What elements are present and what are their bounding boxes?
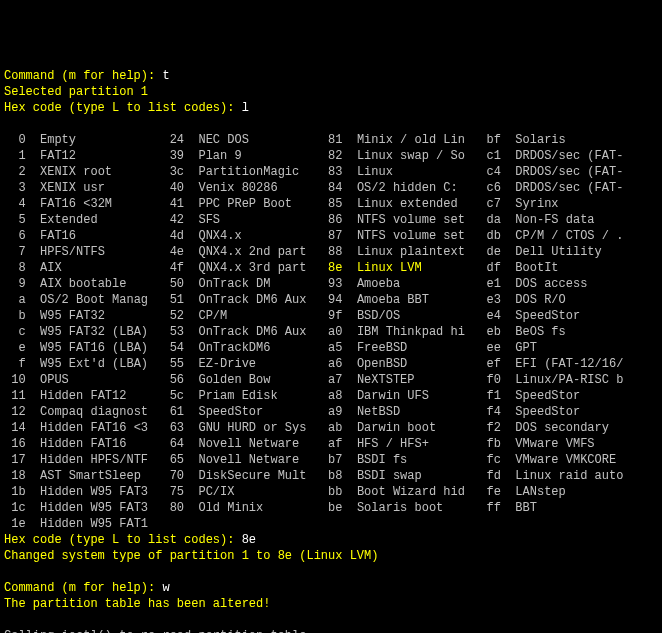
partition-name: Plan 9: [198, 149, 320, 163]
partition-code: b: [4, 309, 40, 323]
partition-name: DRDOS/sec (FAT-: [515, 165, 630, 179]
partition-code: 70: [162, 469, 198, 483]
partition-code: a: [4, 293, 40, 307]
partition-name: Boot Wizard hid: [357, 485, 479, 499]
partition-type-row: e W95 FAT16 (LBA) 54 OnTrackDM6 a5 FreeB…: [4, 340, 658, 356]
partition-name: Linux: [357, 165, 479, 179]
partition-code: 84: [321, 181, 357, 195]
partition-type-row: 1 FAT12 39 Plan 9 82 Linux swap / So c1 …: [4, 148, 658, 164]
terminal-line: Calling ioctl() to re-read partition tab…: [4, 628, 658, 633]
partition-name: SpeedStor: [515, 389, 630, 403]
partition-code: fc: [479, 453, 515, 467]
partition-type-row: 12 Compaq diagnost 61 SpeedStor a9 NetBS…: [4, 404, 658, 420]
partition-code: fd: [479, 469, 515, 483]
partition-name: OS/2 hidden C:: [357, 181, 479, 195]
partition-code: 10: [4, 373, 40, 387]
partition-name: Novell Netware: [198, 453, 320, 467]
partition-name: OPUS: [40, 373, 162, 387]
partition-type-row: b W95 FAT32 52 CP/M 9f BSD/OS e4 SpeedSt…: [4, 308, 658, 324]
partition-name: W95 FAT32 (LBA): [40, 325, 162, 339]
partition-code: ee: [479, 341, 515, 355]
partition-name: Solaris boot: [357, 501, 479, 515]
partition-code: f0: [479, 373, 515, 387]
terminal-line: Changed system type of partition 1 to 8e…: [4, 548, 658, 564]
partition-name: Darwin UFS: [357, 389, 479, 403]
terminal-line: Hex code (type L to list codes): 8e: [4, 532, 658, 548]
partition-name: OnTrack DM6 Aux: [198, 293, 320, 307]
partition-name: FAT16: [40, 229, 162, 243]
partition-name: Novell Netware: [198, 437, 320, 451]
partition-code: c: [4, 325, 40, 339]
partition-code: da: [479, 213, 515, 227]
partition-code: 8e: [321, 261, 357, 275]
partition-code: a9: [321, 405, 357, 419]
partition-name: CP/M / CTOS / .: [515, 229, 630, 243]
partition-name: Hidden W95 FAT1: [40, 517, 162, 531]
partition-code: de: [479, 245, 515, 259]
partition-code: 0: [4, 133, 40, 147]
partition-name: OpenBSD: [357, 357, 479, 371]
partition-code: a7: [321, 373, 357, 387]
partition-name: OnTrack DM: [198, 277, 320, 291]
partition-type-row: f W95 Ext'd (LBA) 55 EZ-Drive a6 OpenBSD…: [4, 356, 658, 372]
partition-name: SpeedStor: [198, 405, 320, 419]
partition-name: GNU HURD or Sys: [198, 421, 320, 435]
partition-type-row: 1c Hidden W95 FAT3 80 Old Minix be Solar…: [4, 500, 658, 516]
partition-code: 16: [4, 437, 40, 451]
partition-name: HFS / HFS+: [357, 437, 479, 451]
partition-name: Solaris: [515, 133, 630, 147]
partition-type-row: 4 FAT16 <32M 41 PPC PReP Boot 85 Linux e…: [4, 196, 658, 212]
partition-code: ef: [479, 357, 515, 371]
terminal-text: t: [162, 69, 169, 83]
partition-name: Compaq diagnost: [40, 405, 162, 419]
partition-name: Empty: [40, 133, 162, 147]
partition-name: Non-FS data: [515, 213, 630, 227]
partition-name: DOS access: [515, 277, 630, 291]
terminal-text: Hex code (type L to list codes):: [4, 533, 242, 547]
partition-code: c4: [479, 165, 515, 179]
partition-code: eb: [479, 325, 515, 339]
partition-name: VMware VMFS: [515, 437, 630, 451]
partition-type-row: a OS/2 Boot Manag 51 OnTrack DM6 Aux 94 …: [4, 292, 658, 308]
partition-code: a8: [321, 389, 357, 403]
partition-code: 14: [4, 421, 40, 435]
partition-name: GPT: [515, 341, 630, 355]
partition-name: Priam Edisk: [198, 389, 320, 403]
partition-name: Linux/PA-RISC b: [515, 373, 630, 387]
partition-type-row: 18 AST SmartSleep 70 DiskSecure Mult b8 …: [4, 468, 658, 484]
partition-type-row: 8 AIX 4f QNX4.x 3rd part 8e Linux LVM df…: [4, 260, 658, 276]
partition-name: PartitionMagic: [198, 165, 320, 179]
partition-code: 39: [162, 149, 198, 163]
partition-code: 56: [162, 373, 198, 387]
partition-name: NEC DOS: [198, 133, 320, 147]
terminal-text: 8e: [242, 533, 256, 547]
terminal-line: Command (m for help): w: [4, 580, 658, 596]
partition-name: NTFS volume set: [357, 213, 479, 227]
partition-name: AIX bootable: [40, 277, 162, 291]
partition-name: NetBSD: [357, 405, 479, 419]
partition-code: 17: [4, 453, 40, 467]
terminal-line: [4, 564, 658, 580]
partition-name: DRDOS/sec (FAT-: [515, 181, 630, 195]
partition-code: 54: [162, 341, 198, 355]
partition-code: 4f: [162, 261, 198, 275]
partition-type-row: 1b Hidden W95 FAT3 75 PC/IX bb Boot Wiza…: [4, 484, 658, 500]
partition-name: BSDI fs: [357, 453, 479, 467]
partition-name: Dell Utility: [515, 245, 630, 259]
partition-name: FAT16 <32M: [40, 197, 162, 211]
terminal-line: Command (m for help): t: [4, 68, 658, 84]
partition-code: 80: [162, 501, 198, 515]
partition-code: 9: [4, 277, 40, 291]
terminal-text: The partition table has been altered!: [4, 597, 270, 611]
partition-code: 2: [4, 165, 40, 179]
partition-name: AIX: [40, 261, 162, 275]
partition-type-row: 1e Hidden W95 FAT1: [4, 516, 658, 532]
partition-code: e1: [479, 277, 515, 291]
partition-name: Linux raid auto: [515, 469, 630, 483]
partition-code: 88: [321, 245, 357, 259]
partition-name: IBM Thinkpad hi: [357, 325, 479, 339]
partition-code: bf: [479, 133, 515, 147]
partition-name: Minix / old Lin: [357, 133, 479, 147]
partition-name: W95 FAT32: [40, 309, 162, 323]
partition-code: 41: [162, 197, 198, 211]
